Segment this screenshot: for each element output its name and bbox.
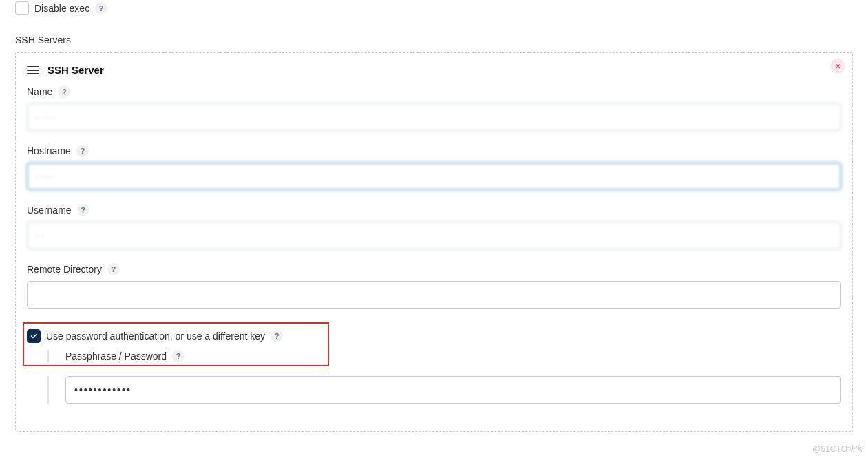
passphrase-input[interactable]	[65, 376, 841, 404]
help-icon[interactable]: ?	[58, 85, 70, 98]
help-icon[interactable]: ?	[172, 350, 184, 362]
ssh-servers-section-label: SSH Servers	[15, 34, 853, 45]
panel-title: SSH Server	[47, 64, 104, 76]
hostname-input[interactable]	[27, 163, 841, 190]
username-label: Username	[27, 205, 72, 216]
help-icon[interactable]: ?	[271, 330, 283, 342]
name-input[interactable]	[27, 103, 841, 131]
help-icon[interactable]: ?	[76, 145, 89, 157]
use-password-auth-label: Use password authentication, or use a di…	[46, 331, 265, 342]
close-icon: ✕	[834, 61, 842, 72]
disable-exec-label: Disable exec	[34, 3, 89, 14]
use-password-auth-checkbox[interactable]	[27, 329, 41, 343]
remove-server-button[interactable]: ✕	[830, 59, 845, 74]
highlight-box: Use password authentication, or use a di…	[23, 322, 329, 366]
ssh-server-panel: ✕ SSH Server Name ? Hostname ?	[15, 52, 853, 432]
remote-directory-input[interactable]	[27, 281, 841, 309]
hostname-label: Hostname	[27, 145, 71, 156]
disable-exec-checkbox[interactable]	[15, 1, 29, 15]
help-icon[interactable]: ?	[107, 263, 120, 275]
remote-directory-label: Remote Directory	[27, 264, 102, 275]
help-icon[interactable]: ?	[77, 204, 89, 216]
drag-handle-icon[interactable]	[27, 66, 39, 74]
name-label: Name	[27, 86, 52, 97]
passphrase-label: Passphrase / Password	[65, 351, 167, 362]
username-input[interactable]	[27, 222, 841, 249]
help-icon[interactable]: ?	[95, 2, 107, 14]
